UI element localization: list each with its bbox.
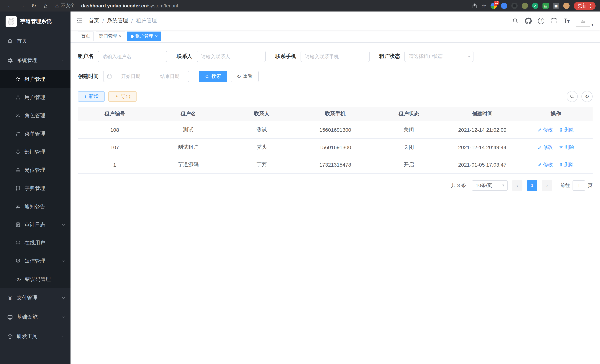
cell-id: 108 xyxy=(78,121,151,138)
edit-icon xyxy=(538,162,542,167)
url-text[interactable]: dashboard.yudao.iocoder.cn/system/tenant xyxy=(81,3,178,9)
sidebar-item-label: 菜单管理 xyxy=(25,131,45,137)
tenant-name-input[interactable] xyxy=(98,51,167,62)
edit-icon xyxy=(538,145,542,149)
sidebar-item-dev-tools[interactable]: 研发工具 xyxy=(0,327,71,346)
green-check-extension-icon[interactable]: ✓ xyxy=(532,3,538,9)
org-tree-icon xyxy=(15,149,21,155)
table-row: 1 芋道源码 芋艿 17321315478 开启 2021-01-05 17:0… xyxy=(78,156,593,173)
sidebar-item-audit-log[interactable]: 审计日志 xyxy=(0,215,71,234)
tag-tenant-active[interactable]: 租户管理 × xyxy=(127,31,161,41)
refresh-table-button[interactable]: ↻ xyxy=(581,91,593,102)
browser-right-controls: ☆ 10 ✓ ▤ ▣ 更新 ⋮ xyxy=(471,2,596,10)
sidebar-item-tenant[interactable]: 租户管理 xyxy=(0,70,71,88)
close-icon[interactable]: × xyxy=(119,34,122,38)
sidebar-collapse-icon[interactable] xyxy=(76,17,83,25)
export-button[interactable]: 导出 xyxy=(108,91,137,102)
fullscreen-icon[interactable] xyxy=(551,18,557,24)
edit-link[interactable]: 修改 xyxy=(538,161,553,168)
breadcrumb-separator: / xyxy=(131,18,133,24)
browser-forward-button[interactable]: → xyxy=(16,1,28,10)
col-created: 创建时间 xyxy=(445,107,519,121)
browser-profile-avatar[interactable] xyxy=(563,3,570,9)
sidebar-item-menu[interactable]: 菜单管理 xyxy=(0,125,71,143)
breadcrumb-home[interactable]: 首页 xyxy=(89,18,99,24)
logo[interactable]: 芋道管理系统 xyxy=(0,11,71,32)
font-size-icon[interactable]: TT xyxy=(564,18,570,24)
olive-extension-icon[interactable] xyxy=(522,3,528,9)
sidebar-item-system[interactable]: 系统管理 xyxy=(0,51,71,70)
help-icon[interactable]: ? xyxy=(538,18,544,24)
delete-link[interactable]: 删除 xyxy=(559,144,574,150)
delete-link[interactable]: 删除 xyxy=(559,161,574,168)
blue-extension-icon[interactable] xyxy=(501,3,507,9)
sidebar-item-post[interactable]: 岗位管理 xyxy=(0,161,71,179)
goto-page-input[interactable] xyxy=(572,180,585,191)
logo-image xyxy=(6,16,17,27)
sidebar-item-payment[interactable]: ¥ 支付管理 xyxy=(0,288,71,308)
role-users-icon xyxy=(15,113,21,118)
browser-back-button[interactable]: ← xyxy=(4,1,16,10)
sidebar-item-sms[interactable]: 短信管理 xyxy=(0,252,71,270)
tag-label: 首页 xyxy=(81,33,90,39)
edit-link[interactable]: 修改 xyxy=(538,144,553,150)
add-button[interactable]: + 新增 xyxy=(78,91,105,102)
status-select[interactable]: 请选择租户状态 ▾ xyxy=(404,51,473,62)
puzzle-extension-icon[interactable]: ▣ xyxy=(553,3,559,9)
delete-link[interactable]: 删除 xyxy=(559,126,574,133)
green-square-extension-icon[interactable]: ▤ xyxy=(543,3,549,9)
browser-home-button[interactable]: ⌂ xyxy=(40,1,51,10)
sidebar-item-notice[interactable]: 通知公告 xyxy=(0,197,71,215)
mobile-input[interactable] xyxy=(300,51,370,62)
share-icon[interactable] xyxy=(471,3,477,9)
reset-button[interactable]: ↻ 重置 xyxy=(231,71,258,82)
bookmark-star-icon[interactable]: ☆ xyxy=(481,2,487,9)
font-size-big: T xyxy=(564,18,567,24)
sidebar-item-label: 支付管理 xyxy=(17,295,38,301)
table-row: 108 测试 测试 15601691300 关闭 2021-12-14 21:0… xyxy=(78,121,593,138)
browser-reload-button[interactable]: ↻ xyxy=(28,1,39,10)
screen: ← → ↻ ⌂ ⚠ 不安全 dashboard.yudao.iocoder.cn… xyxy=(0,0,600,364)
sidebar-item-home[interactable]: 首页 xyxy=(0,32,71,51)
tags-view: 首页 部门管理 × 租户管理 × xyxy=(71,30,600,43)
update-label: 更新 xyxy=(578,3,587,9)
github-icon[interactable] xyxy=(525,18,532,24)
user-avatar xyxy=(576,15,590,27)
current-page-button[interactable]: 1 xyxy=(527,180,537,191)
toggle-search-button[interactable] xyxy=(567,91,578,102)
sidebar-item-role[interactable]: 角色管理 xyxy=(0,106,71,125)
navbar-right-tools: ? TT ▾ xyxy=(512,15,593,27)
user-avatar-dropdown[interactable]: ▾ xyxy=(576,15,593,27)
sidebar-item-dict[interactable]: 字典管理 xyxy=(0,179,71,197)
sidebar-item-infrastructure[interactable]: 基础设施 xyxy=(0,308,71,327)
search-button[interactable]: 搜索 xyxy=(199,71,227,82)
page-size-select[interactable]: 10条/页 ▾ xyxy=(472,180,508,191)
sidebar-item-label: 用户管理 xyxy=(25,94,45,101)
tag-dept[interactable]: 部门管理 × xyxy=(96,31,125,41)
cell-actions: 修改 删除 xyxy=(519,121,593,138)
dark-extension-icon[interactable] xyxy=(511,3,518,9)
page-content: 租户名 联系人 联系手机 租户状态 请选择租户状态 xyxy=(71,43,600,364)
tag-home[interactable]: 首页 xyxy=(78,31,94,41)
close-icon[interactable]: × xyxy=(155,34,158,38)
chrome-update-button[interactable]: 更新 ⋮ xyxy=(574,2,596,10)
date-range-picker[interactable]: 开始日期 - 结束日期 xyxy=(103,71,189,82)
pinwheel-extension-icon[interactable]: 10 xyxy=(490,3,497,9)
breadcrumb-system[interactable]: 系统管理 xyxy=(107,18,128,24)
sidebar-item-user[interactable]: 用户管理 xyxy=(0,88,71,106)
contact-input[interactable] xyxy=(197,51,266,62)
sidebar-item-dept[interactable]: 部门管理 xyxy=(0,143,71,161)
prev-page-button[interactable]: ‹ xyxy=(512,180,523,191)
puzzle-glyph: ▣ xyxy=(553,3,559,9)
security-indicator[interactable]: ⚠ 不安全 xyxy=(55,3,75,9)
sidebar-item-error-code[interactable]: </> 错误码管理 xyxy=(0,270,71,288)
cell-created: 2021-01-05 17:03:47 xyxy=(445,156,519,173)
search-icon[interactable] xyxy=(512,18,519,24)
address-bar[interactable]: ⚠ 不安全 dashboard.yudao.iocoder.cn/system/… xyxy=(55,3,471,9)
edit-link[interactable]: 修改 xyxy=(538,126,553,133)
table-header-row: 租户编号 租户名 联系人 联系手机 租户状态 创建时间 操作 xyxy=(78,107,593,121)
next-page-button[interactable]: › xyxy=(542,180,552,191)
sidebar-item-online-user[interactable]: 在线用户 xyxy=(0,234,71,252)
cell-actions: 修改 删除 xyxy=(519,138,593,156)
caret-down-icon: ▾ xyxy=(468,54,470,59)
